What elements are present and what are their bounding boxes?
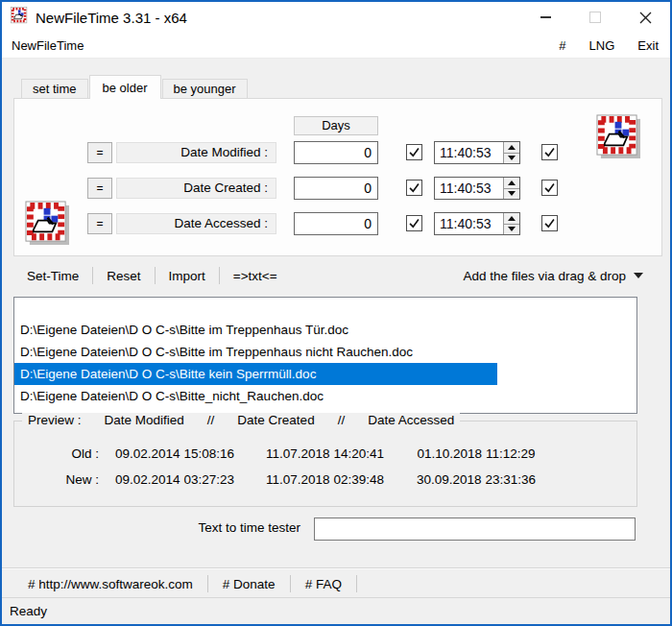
time-input-created[interactable]	[435, 178, 503, 199]
days-input-modified[interactable]	[294, 141, 378, 164]
time-input-accessed[interactable]	[435, 213, 503, 234]
new-created-value: 11.07.2018 02:39:48	[251, 472, 399, 487]
col-date-created: Date Created	[237, 413, 314, 427]
spin-down-button[interactable]	[504, 189, 519, 200]
date-modified-label: Date Modified :	[116, 142, 276, 163]
tab-be-younger[interactable]: be younger	[162, 79, 248, 99]
separator	[356, 575, 357, 592]
arrow-up-icon	[508, 216, 516, 221]
check-icon	[543, 146, 556, 158]
list-item[interactable]: D:\Eigene Dateien\D O C-s\Bitte im Trepp…	[14, 341, 636, 363]
file-list[interactable]: D:\Eigene Dateien\D O C-s\Bitte im Trepp…	[13, 297, 637, 414]
maximize-button[interactable]	[570, 2, 620, 33]
txt-export-button[interactable]: =>txt<=	[225, 269, 286, 283]
reset-button[interactable]: Reset	[98, 269, 149, 283]
check-icon	[408, 181, 420, 194]
menu-newfiletime[interactable]: NewFileTime	[2, 38, 93, 53]
col-date-modified: Date Modified	[105, 413, 184, 427]
checkbox-accessed-date[interactable]	[406, 215, 422, 231]
menu-hash[interactable]: #	[547, 38, 577, 53]
checkbox-accessed-time[interactable]	[541, 215, 558, 231]
footer-links: # http://www.softwareok.com # Donate # F…	[13, 571, 659, 596]
time-spinner-accessed	[434, 212, 520, 235]
old-accessed-value: 01.10.2018 11:12:29	[399, 446, 553, 461]
legend-separator: //	[207, 413, 215, 427]
import-button[interactable]: Import	[160, 269, 214, 283]
add-files-dropdown[interactable]: Add the files via drag & drop	[463, 269, 659, 283]
days-column-header: Days	[294, 116, 378, 135]
check-icon	[408, 217, 420, 229]
tab-set-time[interactable]: set time	[21, 79, 88, 99]
app-icon	[25, 201, 70, 250]
window-title: NewFileTime 3.31 - x64	[36, 10, 187, 26]
equals-button-accessed[interactable]: =	[87, 213, 112, 234]
spin-down-button[interactable]	[504, 225, 519, 235]
maximize-icon	[589, 12, 601, 23]
spin-up-button[interactable]	[504, 213, 519, 225]
app-icon	[11, 7, 28, 28]
date-accessed-label: Date Accessed :	[116, 213, 276, 234]
spin-up-button[interactable]	[504, 178, 519, 189]
list-item[interactable]: D:\Eigene Dateien\D O C-s\Bitte_nicht_Ra…	[14, 385, 636, 407]
check-icon	[408, 146, 420, 158]
preview-old-row: Old : 09.02.2014 15:08:16 11.07.2018 14:…	[14, 446, 636, 461]
donate-link[interactable]: # Donate	[214, 577, 284, 591]
checkbox-created-date[interactable]	[406, 180, 422, 196]
actions-toolbar: Set-Time Reset Import =>txt<= Add the fi…	[13, 263, 659, 288]
date-created-label: Date Created :	[116, 178, 276, 199]
website-link[interactable]: # http://www.softwareok.com	[19, 577, 202, 591]
checkbox-created-time[interactable]	[541, 180, 558, 196]
old-created-value: 11.07.2018 14:20:41	[251, 446, 399, 461]
tester-label: Text to time tester	[198, 520, 300, 535]
newfiletime-window: NewFileTime 3.31 - x64 NewFileTime # LNG…	[0, 0, 672, 626]
spin-down-button[interactable]	[504, 154, 519, 164]
checkbox-modified-time[interactable]	[541, 144, 558, 160]
date-modified-row: = Date Modified :	[14, 141, 661, 164]
new-accessed-value: 30.09.2018 23:31:36	[399, 472, 553, 487]
list-item-selected[interactable]: D:\Eigene Dateien\D O C-s\Bitte kein Spe…	[14, 363, 497, 385]
menu-bar: NewFileTime # LNG Exit	[2, 33, 670, 59]
close-button[interactable]	[620, 2, 670, 33]
faq-link[interactable]: # FAQ	[297, 577, 350, 591]
minimize-button[interactable]	[520, 2, 570, 33]
status-bar: Ready	[2, 597, 670, 624]
arrow-down-icon	[508, 156, 516, 160]
time-input-modified[interactable]	[435, 142, 503, 163]
preview-new-row: New : 09.02.2014 03:27:23 11.07.2018 02:…	[14, 472, 636, 487]
content-area: set time be older be younger Days = Date…	[2, 60, 670, 597]
preview-title: Preview :	[28, 413, 82, 427]
list-item[interactable]: D:\Eigene Dateien\D O C-s\Bitte im Trepp…	[14, 319, 636, 341]
minimize-icon	[540, 16, 551, 18]
date-accessed-row: = Date Accessed :	[14, 212, 661, 235]
arrow-up-icon	[508, 181, 516, 185]
preview-legend: Preview : Date Modified // Date Created …	[22, 413, 460, 427]
separator	[92, 267, 93, 284]
checkbox-modified-date[interactable]	[406, 144, 422, 160]
check-icon	[543, 181, 556, 194]
days-input-accessed[interactable]	[294, 212, 378, 235]
old-modified-value: 09.02.2014 15:08:16	[99, 446, 251, 461]
menu-exit[interactable]: Exit	[626, 38, 670, 53]
add-files-label: Add the files via drag & drop	[463, 269, 626, 283]
days-input-created[interactable]	[294, 177, 378, 200]
new-label: New :	[14, 472, 99, 487]
arrow-down-icon	[508, 227, 516, 231]
spin-up-button[interactable]	[504, 142, 519, 154]
menu-lng[interactable]: LNG	[578, 38, 627, 53]
equals-button-created[interactable]: =	[87, 178, 112, 199]
separator	[219, 267, 220, 284]
be-older-panel: Days = Date Modified :	[13, 98, 662, 256]
tab-be-older[interactable]: be older	[89, 75, 161, 99]
equals-button-modified[interactable]: =	[87, 142, 112, 163]
text-to-time-input[interactable]	[314, 518, 636, 541]
old-label: Old :	[14, 446, 99, 461]
time-spinner-created	[434, 177, 520, 200]
app-icon	[596, 114, 641, 163]
close-icon	[639, 12, 652, 24]
title-bar: NewFileTime 3.31 - x64	[2, 2, 670, 33]
preview-groupbox: Preview : Date Modified // Date Created …	[13, 421, 637, 507]
set-time-button[interactable]: Set-Time	[18, 269, 87, 283]
separator	[155, 267, 156, 284]
date-created-row: = Date Created :	[14, 177, 661, 200]
divider	[2, 567, 670, 569]
